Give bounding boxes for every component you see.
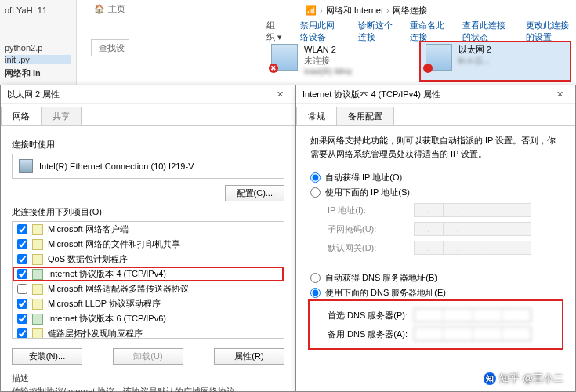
adapter-ethernet[interactable]: 以太网 2 In n (1... [421, 42, 571, 80]
protocol-checkbox[interactable] [17, 299, 27, 309]
folder-icon: 📶 [306, 5, 317, 16]
protocol-list[interactable]: Microsoft 网络客户端 Microsoft 网络的文件和打印机共享 Qo… [12, 221, 284, 339]
breadcrumb[interactable]: 📶 › 网络和 Internet › 网络连接 [306, 2, 545, 19]
ethernet-properties-dialog: 以太网 2 属性 ✕ 网络 共享 连接时使用: Intel(R) Etherne… [0, 85, 296, 392]
radio-auto-dns[interactable] [310, 273, 321, 283]
watermark: 知知乎 @王小二 [484, 372, 563, 386]
zhihu-icon: 知 [484, 372, 496, 385]
ipv4-properties-dialog: Internet 协议版本 4 (TCP/IPv4) 属性 ✕ 常规 备用配置 … [295, 85, 576, 392]
protocol-checkbox[interactable] [17, 239, 27, 249]
radio-manual-dns[interactable] [310, 288, 321, 298]
radio-label: 使用下面的 IP 地址(S): [325, 187, 412, 198]
radio-auto-ip[interactable] [310, 172, 321, 183]
adapter-name: 以太网 2 [458, 44, 491, 55]
dialog-title: 以太网 2 属性 [7, 89, 60, 100]
protocol-item[interactable]: Microsoft 网络适配器多路传送器协议 [13, 281, 284, 296]
protocol-label: QoS 数据包计划程序 [48, 253, 128, 265]
protocol-label: Microsoft 网络的文件和打印机共享 [48, 238, 180, 250]
sidebar-item: init .py [5, 55, 71, 64]
toolbar: 组织 ▾ 禁用此网络设备 诊断这个连接 重命名此连接 查看此连接的状态 更改此连… [266, 22, 572, 41]
radio-manual-ip[interactable] [310, 187, 321, 198]
info-text: 如果网络支持此功能，则可以获取自动指派的 IP 设置。否则，你需要从网络系统管理… [310, 134, 561, 161]
tab-sharing[interactable]: 共享 [41, 107, 82, 125]
sidebar-section: 网络和 In [5, 67, 71, 79]
description-text: 传输控制协议/Internet 协议。该协议是默认的广域网络协议， [12, 386, 284, 392]
ip-label: IP 地址(I): [328, 205, 414, 216]
protocol-item[interactable]: Internet 协议版本 6 (TCP/IPv6) [13, 311, 284, 326]
protocol-label: Microsoft LLDP 协议驱动程序 [48, 298, 161, 310]
dialog-title: Internet 协议版本 4 (TCP/IPv4) 属性 [302, 89, 440, 100]
protocol-icon [32, 224, 43, 235]
dns1-input[interactable] [414, 308, 531, 322]
crumb[interactable]: 网络和 Internet [326, 5, 383, 16]
protocol-label: 链路层拓扑发现响应程序 [48, 328, 143, 339]
close-icon[interactable]: ✕ [270, 89, 289, 100]
nic-icon [19, 159, 33, 173]
explorer: 📶 › 网络和 Internet › 网络连接 组织 ▾ 禁用此网络设备 诊断这… [129, 0, 576, 82]
protocol-label: Microsoft 网络客户端 [48, 223, 129, 235]
tab-alternate[interactable]: 备用配置 [336, 107, 394, 125]
nic-name: Intel(R) Ethernet Connection (10) I219-V [39, 162, 194, 171]
sidebar-item: python2.p [5, 43, 71, 53]
dns1-label: 首选 DNS 服务器(P): [328, 310, 414, 321]
tb-change[interactable]: 更改此连接的设置 [526, 20, 572, 43]
organize-menu[interactable]: 组织 ▾ [266, 20, 283, 43]
radio-label: 自动获得 DNS 服务器地址(B) [325, 272, 437, 284]
protocol-item[interactable]: 链路层拓扑发现响应程序 [13, 326, 284, 339]
protocol-icon [32, 269, 43, 280]
protocol-item[interactable]: QoS 数据包计划程序 [13, 252, 284, 267]
tb-status[interactable]: 查看此连接的状态 [462, 20, 509, 43]
adapter-desc: In n (1... [458, 55, 491, 66]
install-button[interactable]: 安装(N)... [12, 348, 82, 365]
protocol-item[interactable]: Internet 协议版本 4 (TCP/IPv4) [13, 267, 284, 281]
properties-button[interactable]: 属性(R) [214, 348, 284, 365]
gw-input: ... [414, 241, 531, 255]
gw-label: 默认网关(D): [328, 242, 414, 254]
adapter-desc: Intel(R) MHz [304, 66, 353, 77]
sidebar-item: oft YaH 11 [5, 5, 71, 15]
protocol-icon [32, 328, 43, 339]
mask-label: 子网掩码(U): [328, 223, 414, 235]
tb-rename[interactable]: 重命名此连接 [410, 20, 444, 43]
dns2-label: 备用 DNS 服务器(A): [328, 328, 414, 340]
adapter-status: 未连接 [304, 55, 353, 66]
description-label: 描述 [12, 372, 284, 384]
tb-diagnose[interactable]: 诊断这个连接 [358, 20, 393, 43]
configure-button[interactable]: 配置(C)... [225, 185, 284, 201]
adapter-icon [271, 44, 298, 71]
protocol-checkbox[interactable] [17, 224, 27, 234]
protocol-icon [32, 239, 43, 250]
protocol-item[interactable]: Microsoft 网络的文件和打印机共享 [13, 237, 284, 252]
crumb[interactable]: 网络连接 [393, 5, 427, 16]
protocol-checkbox[interactable] [17, 269, 27, 279]
protocol-icon [32, 254, 43, 265]
tab-network[interactable]: 网络 [1, 107, 42, 125]
tab-general[interactable]: 常规 [296, 107, 337, 125]
connect-using-label: 连接时使用: [12, 139, 284, 151]
tb-disable[interactable]: 禁用此网络设备 [300, 20, 341, 43]
mask-input: ... [414, 222, 531, 236]
adapter-wlan[interactable]: WLAN 2 未连接 Intel(R) MHz [266, 42, 416, 80]
dns2-input[interactable] [414, 327, 531, 341]
protocol-item[interactable]: Microsoft LLDP 协议驱动程序 [13, 296, 284, 311]
close-icon[interactable]: ✕ [550, 89, 569, 100]
radio-label: 自动获得 IP 地址(O) [325, 172, 402, 183]
protocol-checkbox[interactable] [17, 284, 27, 294]
protocol-icon [32, 314, 43, 325]
protocol-item[interactable]: Microsoft 网络客户端 [13, 222, 284, 237]
protocol-icon [32, 284, 43, 295]
adapter-icon [426, 44, 452, 71]
protocol-label: Internet 协议版本 4 (TCP/IPv4) [48, 268, 166, 280]
radio-label: 使用下面的 DNS 服务器地址(E): [325, 287, 448, 299]
uses-items-label: 此连接使用下列项目(O): [12, 206, 284, 218]
protocol-label: Microsoft 网络适配器多路传送器协议 [48, 283, 189, 295]
search-box[interactable]: 查找设 [91, 39, 132, 56]
ip-input: ... [414, 203, 531, 217]
protocol-icon [32, 299, 43, 310]
uninstall-button[interactable]: 卸载(U) [113, 348, 183, 365]
home-tab[interactable]: 🏠 主页 [94, 3, 125, 15]
protocol-checkbox[interactable] [17, 254, 27, 264]
protocol-checkbox[interactable] [17, 328, 27, 339]
protocol-checkbox[interactable] [17, 314, 27, 324]
adapter-name: WLAN 2 [304, 44, 353, 55]
